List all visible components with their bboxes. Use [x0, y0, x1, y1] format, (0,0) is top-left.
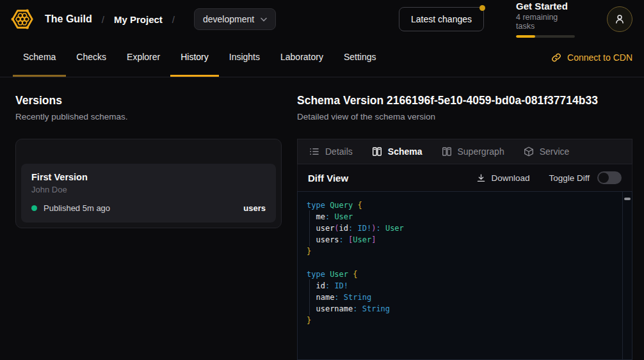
get-started-progress-bar — [516, 35, 575, 38]
latest-changes-label: Latest changes — [411, 14, 472, 24]
breadcrumb-separator: / — [102, 14, 104, 25]
main-content: Versions Recently published schemas. Fir… — [0, 77, 644, 360]
published-status-dot — [31, 205, 37, 211]
diff-view-header: Diff View Download Toggle Diff — [297, 164, 632, 191]
detail-tab-details[interactable]: Details — [309, 146, 353, 157]
diff-view-title: Diff View — [308, 173, 348, 184]
user-avatar-button[interactable] — [607, 6, 632, 32]
breadcrumb-separator: / — [172, 14, 175, 25]
link-icon — [551, 52, 561, 63]
person-icon — [614, 13, 625, 25]
get-started-widget[interactable]: Get Started 4 remaining tasks — [516, 1, 575, 38]
columns-icon — [372, 146, 382, 157]
target-selector-value: development — [203, 14, 254, 24]
tab-history[interactable]: History — [170, 38, 219, 77]
versions-list-card: First Version John Doe Published 5m ago … — [15, 139, 282, 228]
tab-laboratory[interactable]: Laboratory — [270, 38, 334, 77]
code-line: user(id: ID!): User — [307, 223, 616, 234]
list-icon — [309, 146, 319, 157]
get-started-title: Get Started — [516, 1, 575, 12]
code-line: type User { — [307, 269, 616, 280]
tab-schema[interactable]: Schema — [13, 38, 66, 77]
top-header: The Guild / My Project / development Lat… — [0, 0, 644, 38]
code-line: } — [307, 315, 616, 326]
tab-insights[interactable]: Insights — [219, 38, 270, 77]
code-line: username: String — [307, 303, 616, 315]
detail-tab-label: Service — [540, 146, 570, 157]
schema-code-viewer[interactable]: type Query { me: User user(id: ID!): Use… — [297, 191, 632, 360]
tab-explorer[interactable]: Explorer — [117, 38, 170, 77]
code-line: type Query { — [307, 200, 616, 211]
connect-to-cdn-link[interactable]: Connect to CDN — [551, 38, 632, 77]
notification-dot — [479, 5, 485, 11]
tab-checks[interactable]: Checks — [66, 38, 117, 77]
detail-tab-bar: Details Schema — [297, 139, 632, 164]
code-line — [307, 257, 616, 269]
connect-to-cdn-label: Connect to CDN — [567, 52, 632, 63]
get-started-progress-fill — [516, 35, 535, 38]
get-started-subtitle: 4 remaining tasks — [516, 13, 575, 31]
detail-tab-schema[interactable]: Schema — [372, 146, 423, 157]
columns-icon — [442, 146, 452, 157]
download-icon — [476, 173, 486, 183]
schema-version-subtitle: Detailed view of the schema version — [297, 112, 632, 121]
download-label: Download — [491, 173, 529, 183]
code-line: me: User — [307, 211, 616, 223]
versions-panel: Versions Recently published schemas. Fir… — [15, 94, 282, 360]
schema-version-title: Schema Version 2166196f-5e10-4059-bd0a-0… — [297, 94, 632, 107]
code-block: type Query { me: User user(id: ID!): Use… — [307, 200, 616, 326]
chevron-down-icon — [261, 17, 267, 22]
detail-tab-label: Schema — [388, 146, 423, 157]
code-line: name: String — [307, 292, 616, 303]
toggle-knob — [599, 173, 609, 183]
code-line: users: [User] — [307, 234, 616, 246]
org-breadcrumb[interactable]: The Guild — [45, 13, 92, 25]
download-button[interactable]: Download — [476, 173, 529, 183]
detail-tab-service[interactable]: Service — [524, 146, 570, 157]
latest-changes-button[interactable]: Latest changes — [399, 7, 484, 31]
scrollbar-thumb[interactable] — [624, 198, 631, 200]
versions-subtitle: Recently published schemas. — [15, 112, 282, 121]
hive-logo-icon[interactable] — [10, 7, 35, 31]
code-line: id: ID! — [307, 280, 616, 292]
version-name: First Version — [31, 172, 266, 182]
cube-icon — [524, 146, 534, 157]
version-service-badge: users — [243, 203, 266, 213]
detail-tab-label: Details — [325, 146, 353, 157]
version-author: John Doe — [31, 185, 266, 194]
vertical-scrollbar[interactable] — [622, 192, 632, 359]
version-list-item[interactable]: First Version John Doe Published 5m ago … — [21, 164, 276, 223]
code-line: } — [307, 246, 616, 257]
toggle-diff-switch[interactable] — [597, 171, 622, 184]
toggle-diff-label: Toggle Diff — [549, 173, 590, 183]
target-selector-dropdown[interactable]: development — [194, 8, 276, 30]
main-nav: Schema Checks Explorer History Insights … — [0, 38, 644, 77]
version-detail-panel: Schema Version 2166196f-5e10-4059-bd0a-0… — [297, 94, 632, 360]
project-breadcrumb[interactable]: My Project — [114, 14, 163, 25]
detail-tab-label: Supergraph — [458, 146, 504, 157]
versions-title: Versions — [15, 94, 282, 107]
version-status: Published 5m ago — [44, 203, 110, 213]
tab-settings[interactable]: Settings — [334, 38, 387, 77]
detail-tab-supergraph[interactable]: Supergraph — [442, 146, 504, 157]
